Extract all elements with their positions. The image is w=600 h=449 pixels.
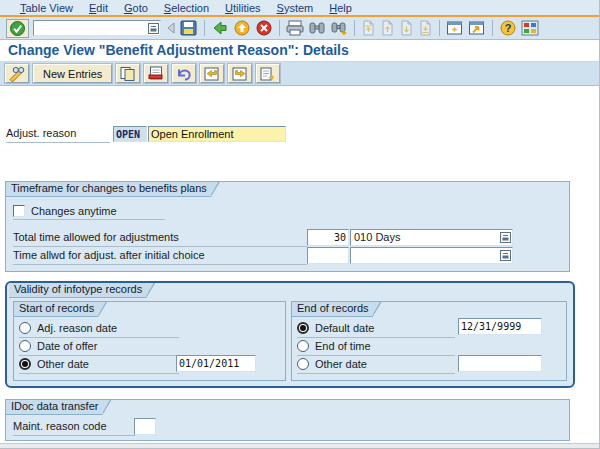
save-button[interactable]	[179, 18, 199, 38]
toolbar-separator	[204, 20, 205, 36]
radio-label: Date of offer	[37, 340, 97, 352]
default-date-field[interactable]	[458, 318, 542, 335]
copy-as-button[interactable]	[116, 64, 140, 83]
adjust-reason-label: Adjust. reason	[6, 126, 110, 143]
radio-label: End of time	[315, 340, 371, 352]
radio-end-of-time[interactable]: End of time	[297, 337, 455, 356]
first-page-button[interactable]	[360, 18, 377, 38]
menu-utilities[interactable]: Utilities	[217, 1, 268, 15]
command-field-wrap	[33, 20, 161, 36]
find-button[interactable]	[307, 18, 327, 38]
other-entry-icon	[259, 66, 277, 82]
radio-icon[interactable]	[297, 358, 309, 370]
menu-table-view[interactable]: Table View	[12, 1, 81, 15]
changes-anytime-option[interactable]: Changes anytime	[13, 202, 165, 220]
dropdown-icon[interactable]	[499, 231, 511, 243]
time-allwd-value-field[interactable]	[307, 247, 349, 264]
radio-adj-reason-date[interactable]: Adj. reason date	[19, 319, 179, 338]
other-entry-button[interactable]	[256, 64, 280, 83]
next-page-button[interactable]	[398, 18, 415, 38]
radio-icon[interactable]	[19, 322, 31, 334]
create-shortcut-button[interactable]	[467, 18, 487, 38]
copy-as-icon	[119, 66, 137, 82]
radio-label: Other date	[37, 358, 89, 370]
menu-selection[interactable]: Selection	[156, 1, 217, 15]
undo-button[interactable]	[172, 64, 196, 83]
new-session-icon	[446, 20, 464, 36]
maint-reason-code-field[interactable]	[134, 418, 156, 435]
customize-layout-button[interactable]	[520, 18, 540, 38]
up-button[interactable]	[232, 18, 252, 38]
undo-icon	[175, 66, 193, 82]
radio-icon[interactable]	[19, 340, 31, 352]
command-input[interactable]	[33, 20, 161, 36]
display-change-icon	[8, 66, 26, 82]
customize-layout-icon	[521, 20, 539, 36]
end-other-date-field[interactable]	[458, 355, 542, 372]
menu-edit[interactable]: Edit	[81, 1, 116, 15]
radio-icon[interactable]	[297, 340, 309, 352]
up-icon	[233, 20, 251, 36]
find-icon	[308, 20, 326, 36]
print-button[interactable]	[285, 18, 305, 38]
next-entry-button[interactable]	[228, 64, 252, 83]
start-other-date-field[interactable]	[176, 355, 256, 372]
collapse-toolbar-icon[interactable]	[165, 18, 177, 38]
changes-anytime-checkbox[interactable]	[13, 205, 25, 217]
last-page-icon	[418, 20, 433, 36]
time-allwd-label: Time allwd for adjust. after initial cho…	[13, 248, 307, 265]
cancel-icon	[255, 20, 273, 36]
radio-start-other-date[interactable]: Other date	[19, 355, 179, 374]
page-title: Change View "Benefit Adjustment Reason":…	[8, 42, 349, 58]
svg-text:?: ?	[505, 22, 512, 34]
print-icon	[286, 20, 304, 36]
delete-button[interactable]	[144, 64, 168, 83]
radio-default-date[interactable]: Default date	[297, 319, 455, 338]
new-session-button[interactable]	[445, 18, 465, 38]
back-button[interactable]	[210, 18, 230, 38]
window-bottom-edge	[0, 443, 600, 449]
toolbar-separator	[492, 20, 493, 36]
new-entries-button[interactable]: New Entries	[33, 64, 112, 83]
help-button[interactable]: ?	[498, 18, 518, 38]
last-page-button[interactable]	[417, 18, 434, 38]
radio-end-other-date[interactable]: Other date	[297, 355, 455, 374]
total-time-value-field[interactable]	[307, 229, 349, 246]
display-change-button[interactable]	[5, 64, 29, 83]
total-time-label: Total time allowed for adjustments	[13, 230, 307, 247]
total-time-unit-combo[interactable]: 010 Days	[350, 229, 513, 246]
timeframe-tray-title: Timeframe for changes to benefits plans	[6, 182, 211, 197]
next-entry-icon	[231, 66, 249, 82]
radio-date-of-offer[interactable]: Date of offer	[19, 337, 179, 356]
radio-icon[interactable]	[297, 322, 309, 334]
radio-label: Adj. reason date	[37, 322, 117, 334]
changes-anytime-label: Changes anytime	[31, 205, 117, 217]
menu-system[interactable]: System	[269, 1, 322, 15]
toolbar-separator	[279, 20, 280, 36]
menu-goto[interactable]: Goto	[116, 1, 156, 15]
time-allwd-unit-combo[interactable]	[350, 247, 513, 264]
help-icon: ?	[499, 20, 517, 36]
previous-entry-icon	[203, 66, 221, 82]
back-icon	[211, 20, 229, 36]
menu-help[interactable]: Help	[321, 1, 360, 15]
previous-entry-button[interactable]	[200, 64, 224, 83]
application-toolbar: New Entries	[0, 62, 600, 86]
enter-button[interactable]	[6, 19, 29, 38]
command-dropdown-icon[interactable]	[147, 22, 159, 34]
radio-label: Other date	[315, 358, 367, 370]
radio-icon[interactable]	[19, 358, 31, 370]
timeframe-tray: Timeframe for changes to benefits plans …	[5, 181, 570, 272]
adjust-reason-code-field[interactable]	[113, 126, 147, 142]
validity-tray-title: Validity of infotype records	[9, 283, 146, 298]
toolbar-separator	[354, 20, 355, 36]
adjust-reason-text-field[interactable]	[148, 126, 286, 142]
radio-label: Default date	[315, 322, 374, 334]
find-next-icon	[330, 20, 348, 36]
dropdown-icon[interactable]	[499, 249, 511, 261]
cancel-button[interactable]	[254, 18, 274, 38]
find-next-button[interactable]	[329, 18, 349, 38]
end-of-records-tray: End of records Default date End of time …	[291, 301, 567, 381]
end-of-records-title: End of records	[292, 302, 373, 317]
previous-page-button[interactable]	[379, 18, 396, 38]
